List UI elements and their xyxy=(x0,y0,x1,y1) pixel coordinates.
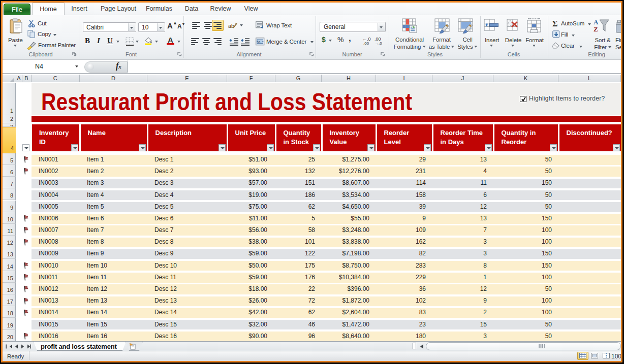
svg-text:Z: Z xyxy=(594,25,598,33)
svg-text:A: A xyxy=(594,18,599,26)
svg-text:.00: .00 xyxy=(363,41,369,45)
svg-text:→.0: →.0 xyxy=(375,41,382,45)
svg-text:a: a xyxy=(258,40,261,44)
